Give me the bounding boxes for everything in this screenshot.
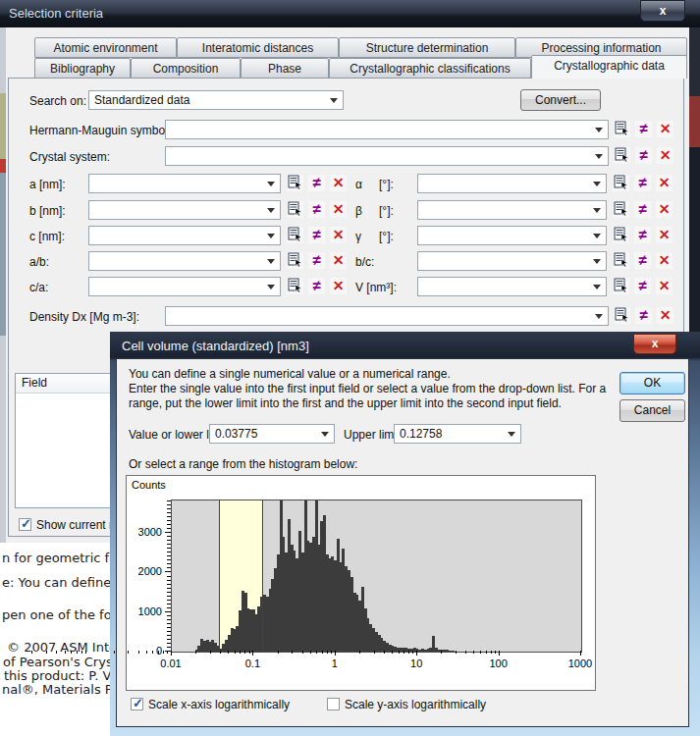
clear-icon[interactable]: ✕ bbox=[330, 175, 347, 191]
y-axis-minor-tick bbox=[167, 516, 171, 517]
list-picker-icon[interactable] bbox=[287, 278, 303, 294]
right-field-combobox[interactable] bbox=[417, 277, 607, 296]
hermann-mauguin-label: Hermann-Mauguin symbol: bbox=[29, 124, 171, 137]
clear-icon[interactable]: ✕ bbox=[657, 121, 673, 137]
list-picker-icon[interactable] bbox=[614, 121, 630, 137]
left-field-combobox[interactable] bbox=[88, 226, 281, 245]
list-picker-icon[interactable] bbox=[287, 201, 303, 218]
list-picker-icon[interactable] bbox=[614, 307, 630, 324]
not-equal-icon[interactable]: ≠ bbox=[634, 278, 651, 294]
x-axis-minor-tick bbox=[359, 651, 360, 654]
cell-dialog-close-button[interactable]: x bbox=[633, 334, 676, 354]
not-equal-icon[interactable]: ≠ bbox=[635, 307, 652, 324]
tab-bibliography[interactable]: Bibliography bbox=[34, 58, 131, 79]
left-field-combobox[interactable] bbox=[88, 174, 281, 193]
scale-y-log-checkbox[interactable] bbox=[327, 698, 340, 710]
right-field-combobox[interactable] bbox=[417, 174, 607, 193]
left-field-label: a/b: bbox=[29, 255, 49, 269]
right-field-combobox[interactable] bbox=[417, 226, 607, 245]
tab-interatomic-distances[interactable]: Interatomic distances bbox=[177, 37, 339, 58]
clear-icon[interactable]: ✕ bbox=[330, 201, 347, 218]
tab-crystallographic-classifications[interactable]: Crystallographic classifications bbox=[329, 58, 531, 79]
list-picker-icon[interactable] bbox=[613, 227, 629, 243]
convert-button[interactable]: Convert... bbox=[520, 89, 601, 111]
left-field-combobox[interactable] bbox=[88, 251, 281, 271]
list-picker-icon[interactable] bbox=[287, 227, 303, 243]
not-equal-icon[interactable]: ≠ bbox=[635, 147, 652, 164]
left-field-combobox[interactable] bbox=[88, 277, 281, 296]
clear-icon[interactable]: ✕ bbox=[656, 227, 673, 243]
clear-icon[interactable]: ✕ bbox=[330, 278, 347, 294]
tab-atomic-environment[interactable]: Atomic environment bbox=[34, 37, 177, 58]
not-equal-icon[interactable]: ≠ bbox=[308, 227, 325, 243]
x-axis-minor-tick bbox=[163, 651, 164, 654]
not-equal-icon[interactable]: ≠ bbox=[634, 252, 651, 269]
list-picker-icon[interactable] bbox=[613, 278, 629, 294]
right-field-combobox[interactable] bbox=[417, 251, 607, 271]
crystal-system-combobox[interactable] bbox=[165, 146, 609, 166]
chevron-down-icon bbox=[267, 182, 275, 186]
selection-limit-line[interactable] bbox=[219, 500, 220, 652]
not-equal-icon[interactable]: ≠ bbox=[308, 278, 325, 294]
not-equal-icon[interactable]: ≠ bbox=[308, 252, 325, 269]
y-axis-minor-tick bbox=[167, 512, 171, 513]
search-on-combobox[interactable]: Standardized data bbox=[88, 90, 344, 110]
tab-composition[interactable]: Composition bbox=[131, 58, 241, 79]
y-axis-minor-tick bbox=[167, 600, 171, 601]
clear-icon[interactable]: ✕ bbox=[330, 227, 347, 243]
y-axis-major-tick bbox=[165, 611, 171, 612]
x-axis-major-tick bbox=[416, 651, 417, 656]
lower-limit-combobox[interactable]: 0.03775 bbox=[209, 424, 335, 444]
right-field-combobox[interactable] bbox=[417, 200, 607, 220]
x-axis-minor-tick bbox=[316, 651, 317, 654]
not-equal-icon[interactable]: ≠ bbox=[635, 121, 652, 137]
clear-icon[interactable]: ✕ bbox=[657, 307, 673, 324]
left-field-combobox[interactable] bbox=[88, 200, 281, 220]
clear-icon[interactable]: ✕ bbox=[656, 175, 673, 191]
chevron-down-icon bbox=[321, 432, 329, 437]
x-axis-minor-tick bbox=[384, 651, 385, 654]
tab-structure-determination[interactable]: Structure determination bbox=[339, 37, 515, 58]
ok-button[interactable]: OK bbox=[619, 372, 685, 394]
clear-icon[interactable]: ✕ bbox=[656, 278, 673, 294]
y-axis-minor-tick bbox=[167, 520, 171, 521]
clear-icon[interactable]: ✕ bbox=[656, 201, 673, 218]
list-picker-icon[interactable] bbox=[287, 252, 303, 269]
clear-icon[interactable]: ✕ bbox=[330, 252, 347, 269]
density-combobox[interactable] bbox=[165, 306, 609, 326]
list-picker-icon[interactable] bbox=[613, 201, 629, 218]
selection-limit-line[interactable] bbox=[262, 500, 263, 652]
list-picker-icon[interactable] bbox=[613, 175, 629, 191]
hermann-mauguin-combobox[interactable] bbox=[165, 120, 609, 139]
y-axis-minor-tick bbox=[167, 563, 171, 564]
histogram-panel[interactable]: Counts 0.010.111010010000100020003000 bbox=[126, 475, 596, 691]
x-axis-major-tick bbox=[335, 651, 336, 656]
scale-x-log-checkbox[interactable]: ✓ bbox=[131, 698, 143, 710]
list-picker-icon[interactable] bbox=[614, 147, 630, 164]
check-icon: ✓ bbox=[21, 516, 31, 531]
upper-limit-combobox[interactable]: 0.12758 bbox=[394, 424, 521, 444]
tab-phase[interactable]: Phase bbox=[241, 58, 329, 79]
x-axis-tick-label: 10 bbox=[397, 657, 436, 669]
not-equal-icon[interactable]: ≠ bbox=[634, 227, 651, 243]
histogram-plot[interactable] bbox=[171, 499, 582, 653]
not-equal-icon[interactable]: ≠ bbox=[634, 175, 651, 191]
clear-icon[interactable]: ✕ bbox=[657, 147, 673, 164]
y-axis-minor-tick bbox=[167, 540, 171, 541]
show-current-checkbox[interactable]: ✓ bbox=[19, 518, 31, 531]
x-axis-minor-tick bbox=[220, 651, 221, 654]
tab-crystallographic-data[interactable]: Crystallographic data bbox=[531, 55, 687, 79]
x-axis-minor-tick bbox=[302, 651, 303, 654]
not-equal-icon[interactable]: ≠ bbox=[308, 201, 325, 218]
cancel-button[interactable]: Cancel bbox=[619, 399, 685, 422]
list-picker-icon[interactable] bbox=[613, 252, 629, 269]
y-axis-minor-tick bbox=[167, 555, 171, 556]
list-picker-icon[interactable] bbox=[287, 175, 303, 191]
right-field-unit: [°]: bbox=[379, 178, 394, 191]
clear-icon[interactable]: ✕ bbox=[656, 252, 673, 269]
not-equal-icon[interactable]: ≠ bbox=[308, 175, 325, 191]
chevron-down-icon bbox=[508, 432, 515, 437]
main-close-button[interactable]: x bbox=[640, 0, 685, 22]
not-equal-icon[interactable]: ≠ bbox=[634, 201, 651, 218]
help-text-line: pen one of the follo bbox=[2, 607, 127, 622]
